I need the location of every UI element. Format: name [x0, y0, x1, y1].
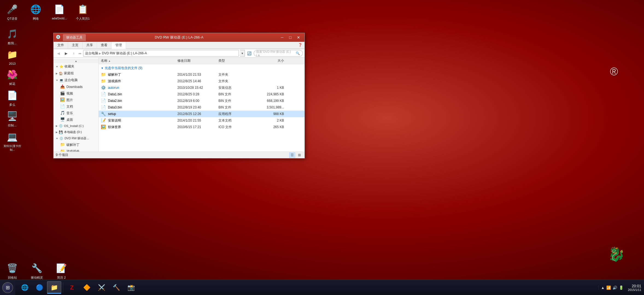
desktop-icon-driver[interactable]: 🔧 驱动精灵: [27, 262, 46, 280]
desktop: 🎤 QT语音 🌐 网络 📄 adaf2edd... 📋 个人简历1 🎵 酷我..…: [0, 0, 644, 295]
file-group-header[interactable]: ▼ 光盘中当前包含的文件 (9): [99, 64, 305, 71]
address-path: 这台电脑 ▶ DVD RW 驱动器 (E:) LA-266-A: [85, 51, 147, 56]
file-row-pojie[interactable]: 📁 破解补丁 2014/1/20 21:53 文件夹: [99, 71, 305, 78]
help-button[interactable]: ❓: [296, 42, 305, 49]
desktop-icon-qtvoice[interactable]: 🎤 QT语音: [3, 3, 22, 21]
sidebar-scroll-up[interactable]: ▲: [54, 59, 98, 63]
minimize-button[interactable]: ─: [278, 34, 286, 40]
qtvoice-label: QT语音: [7, 17, 17, 21]
sidebar-item-desktop[interactable]: 🖥️ 桌面: [54, 116, 98, 123]
col-header-size[interactable]: 大小: [251, 58, 284, 63]
file-row-anzhuan[interactable]: 📝 安装说明 2014/1/20 21:55 文本文档 2 KB: [99, 117, 305, 124]
address-dropdown[interactable]: ▼: [240, 50, 245, 57]
sidebar-os-c[interactable]: ▶ 💿 OS_Install (C:): [54, 123, 98, 129]
desktop-icon-2013[interactable]: 📁 2013: [3, 48, 22, 65]
desktop-icon-haoku[interactable]: 🎵 酷我...: [3, 27, 22, 45]
downloads-label: Downloads: [66, 85, 83, 89]
file-row-autorun[interactable]: ⚙️ autorun 2010/10/28 15:42 安装信息 1 KB: [99, 84, 305, 91]
taskbar-app-tool[interactable]: 🔨: [109, 281, 123, 294]
homegroup-label: 家庭组: [64, 71, 74, 76]
sidebar-local-d[interactable]: ▶ 💾 本地磁盘 (D:): [54, 129, 98, 135]
youxi-file-type: 文件夹: [218, 79, 251, 84]
taskbar-app-ie[interactable]: 🌐: [17, 281, 32, 294]
file-row-data1[interactable]: 📄 Data1.bin 2012/8/25 0:28 BIN 文件 224,98…: [99, 91, 305, 98]
taskbar-app-yellow[interactable]: 🔶: [80, 281, 94, 294]
tray-network-icon[interactable]: 📶: [606, 285, 611, 290]
setup-file-date: 2012/8/25 12:26: [177, 112, 218, 116]
sidebar-item-videos[interactable]: 🎬 视频: [54, 90, 98, 97]
ribbon-tab-home[interactable]: 主页: [68, 42, 83, 49]
app2013-label: 2013: [9, 62, 16, 65]
file-row-youxi[interactable]: 📁 游戏插件 2012/8/25 14:46 文件夹: [99, 78, 305, 84]
desktop-icon-network[interactable]: 🌐 网络: [26, 3, 45, 21]
sidebar-favorites[interactable]: ▼ ⭐ 收藏夹: [54, 63, 98, 70]
forward-button[interactable]: ▶: [63, 50, 69, 56]
file-row-ruanti[interactable]: 🖼️ 软体世界 2010/6/15 17:21 ICO 文件 265 KB: [99, 124, 305, 130]
status-right: ☰ ⊞: [289, 152, 302, 158]
address-bar[interactable]: 这台电脑 ▶ DVD RW 驱动器 (E:) LA-266-A: [83, 50, 239, 57]
sidebar-item-downloads[interactable]: 📥 Downloads: [54, 84, 98, 90]
pictures-label: 图片: [66, 98, 73, 102]
desktop-icon-multi[interactable]: 📄 多么: [3, 89, 22, 107]
resume-label: 个人简历1: [76, 17, 90, 21]
taskbar-app-camera[interactable]: 📸: [124, 281, 138, 294]
tray-volume-icon[interactable]: 🔊: [613, 285, 617, 290]
sidebar-item-documents[interactable]: 📄 文档: [54, 103, 98, 110]
col-header-name[interactable]: 名称 ▲: [101, 58, 177, 63]
control-label: 控制...: [8, 123, 16, 128]
homegroup-expand-icon: ▶: [56, 72, 58, 75]
os-c-expand-icon: ▶: [56, 125, 58, 127]
file-row-setup[interactable]: 🔧 setup 2012/8/25 12:26 应用程序 988 KB: [99, 111, 305, 117]
desktop-icon-control[interactable]: 🖥️ 控制...: [3, 110, 22, 128]
maximize-button[interactable]: □: [286, 34, 294, 40]
music-icon: 🎵: [60, 111, 65, 116]
ribbon-tab-file[interactable]: 文件: [54, 42, 68, 49]
start-button-area[interactable]: ⊞: [0, 280, 15, 295]
file-row-data2[interactable]: 📄 Data2.bin 2012/8/19 6:00 BIN 文件 668,19…: [99, 98, 305, 104]
desktop-icon-flowers[interactable]: 🌺 鲜花: [3, 68, 22, 86]
tray-up-arrow[interactable]: ▲: [601, 285, 605, 290]
sidebar-item-music[interactable]: 🎵 音乐: [54, 110, 98, 116]
up-button[interactable]: ↑: [71, 50, 77, 56]
desktop-icon-resume[interactable]: 📋 个人简历1: [73, 3, 92, 21]
search-icon[interactable]: 🔍: [295, 51, 300, 56]
refresh-button[interactable]: 🔄: [246, 50, 253, 57]
sidebar-item-pictures[interactable]: 🖼️ 图片: [54, 97, 98, 103]
taskbar-app-explorer[interactable]: 📁: [47, 281, 61, 294]
taskbar-app-game[interactable]: ⚔️: [94, 281, 109, 294]
name-sort-icon: ▲: [108, 60, 111, 62]
taskbar-app-chrome[interactable]: 🔵: [32, 281, 46, 294]
desktop-icon-recycle[interactable]: 🗑️ 回收站: [3, 262, 22, 280]
desktop-icon-adaf[interactable]: 📄 adaf2edd...: [50, 3, 69, 20]
favorites-label: 收藏夹: [65, 64, 74, 69]
ribbon-tab-manage[interactable]: 管理: [112, 42, 126, 49]
local-d-icon: 💾: [59, 130, 63, 134]
sidebar-item-pojie[interactable]: 📁 破解补丁: [54, 141, 98, 148]
os-c-icon: 💿: [59, 124, 63, 128]
qtvoice-icon: 🎤: [6, 3, 19, 16]
close-button[interactable]: ✕: [295, 34, 302, 40]
favorites-icon: ⭐: [59, 65, 63, 69]
list-view-button[interactable]: ⊞: [296, 152, 302, 158]
ie-icon: 🌐: [21, 284, 28, 291]
details-view-button[interactable]: ☰: [289, 152, 295, 158]
search-bar[interactable]: 搜索"DVD RW 驱动器 (E:) LA... 🔍: [254, 50, 303, 57]
sidebar-homegroup[interactable]: ▶ 🏠 家庭组: [54, 70, 98, 77]
ribbon-tab-view[interactable]: 查看: [97, 42, 112, 49]
sidebar-item-youxi[interactable]: 📁 游戏插件: [54, 148, 98, 152]
taskbar-time[interactable]: 20:01 2015/1/11: [628, 284, 641, 291]
taskbar-app-z[interactable]: Z: [65, 281, 79, 294]
desktop-icon-word[interactable]: 📝 简历 2: [52, 262, 71, 280]
start-button[interactable]: ⊞: [2, 282, 13, 293]
col-header-date[interactable]: 修改日期: [177, 58, 218, 63]
desktop-icon-intel[interactable]: 💻 英特尔(显卡控制...: [3, 130, 22, 152]
sidebar-dvd-e[interactable]: ▼ 💿 DVD RW 驱动器...: [54, 135, 98, 141]
intel-icon: 💻: [6, 130, 19, 143]
file-row-data3[interactable]: 📄 Data3.bin 2012/8/19 23:40 BIN 文件 3,501…: [99, 104, 305, 111]
title-tab-driver-tools[interactable]: 驱动器工具: [63, 34, 86, 41]
sidebar-thispc[interactable]: ▼ 💻 这台电脑: [54, 77, 98, 84]
col-header-type[interactable]: 类型: [218, 58, 251, 63]
dragon-decoration: 🐉: [608, 246, 625, 262]
back-button[interactable]: ◀: [55, 50, 62, 56]
ribbon-tab-share[interactable]: 共享: [83, 42, 97, 49]
